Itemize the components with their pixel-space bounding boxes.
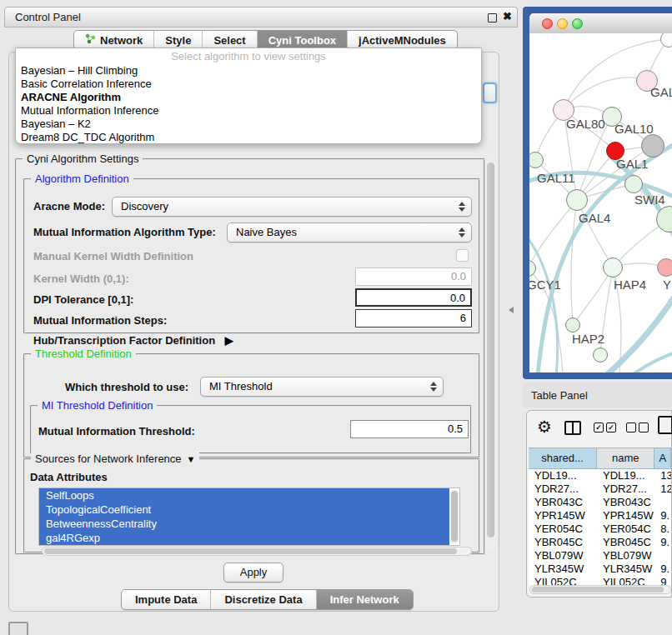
attribute-item[interactable]: SelfLoops [39,488,449,502]
node-label: GAL [650,85,672,99]
tab-style[interactable]: Style [153,31,202,49]
table-horizontal-scrollbar[interactable] [529,585,671,594]
tab-network[interactable]: Network [74,31,153,49]
table-cell: YLR345W [529,562,597,576]
table-row[interactable]: YBR043CYBR043C [529,496,671,509]
list-scrollbar[interactable] [450,490,459,543]
hub-section-toggle[interactable]: Hub/Transcription Factor Definition ▶ [33,334,233,347]
manual-kernel-label: Manual Kernel Width Definition [33,250,193,262]
data-attributes-list[interactable]: SelfLoopsTopologicalCoefficientBetweenne… [38,488,460,546]
float-panel-icon[interactable] [488,13,497,22]
network-node[interactable] [565,318,580,332]
gear-icon[interactable]: ⚙ [537,417,552,437]
select-all-checkbox-icon[interactable]: ✓ [606,422,616,432]
settings-vertical-scrollbar[interactable] [484,160,496,550]
hub-section-label: Hub/Transcription Factor Definition [33,334,215,347]
bottom-tab-infer-network[interactable]: Infer Network [316,590,413,609]
algorithm-dropdown-list: Bayesian – Hill ClimbingBasic Correlatio… [16,64,481,144]
data-attributes-label: Data Attributes [30,471,108,483]
table-cell: YER054C [529,522,597,536]
table-cell: YIL052C [597,576,654,585]
manual-kernel-checkbox[interactable] [456,249,469,262]
table-cell: 9. [654,509,671,522]
mi-type-label: Mutual Information Algorithm Type: [33,226,216,238]
table-row[interactable]: YBR045CYBR045C9. [529,536,671,549]
minimize-window-icon[interactable] [557,18,568,29]
network-node[interactable] [657,258,672,277]
network-node[interactable] [593,348,608,362]
network-node[interactable] [624,175,643,193]
table-cell: YDL19... [529,469,597,482]
table-row[interactable]: YLR345WYLR345W9. [529,562,671,576]
attribute-items: SelfLoopsTopologicalCoefficientBetweenne… [39,488,459,545]
network-node[interactable] [641,134,664,158]
table-cell: YBR045C [529,536,597,549]
table-cell [654,496,671,509]
zoom-window-icon[interactable] [572,18,583,29]
attribute-item[interactable]: BetweennessCentrality [39,517,449,531]
column-header-partial[interactable]: A [654,448,671,468]
table-cell: YPR145W [597,509,654,522]
network-canvas[interactable]: GALGAL80GAL10GAL1GAL11SWI4GAL4GCY1HAP4YH… [529,33,672,372]
algorithm-option[interactable]: Dream8 DC_TDC Algorithm [16,131,481,144]
tab-select[interactable]: Select [202,31,256,49]
node-label: HAP2 [572,332,604,346]
network-node[interactable] [603,258,623,278]
close-window-icon[interactable] [542,18,553,29]
bottom-tab-discretize-data[interactable]: Discretize Data [210,590,315,609]
aracne-mode-select[interactable]: Discovery [112,197,472,217]
table-cell: YDL19... [597,469,654,482]
algorithm-option[interactable]: Bayesian – K2 [16,118,481,131]
table-cell: YIL052C [529,576,597,585]
table-row[interactable]: YDR27...YDR27...12 [529,482,671,496]
table-cell: YBR043C [597,496,654,509]
deselect-all-checkbox-icon[interactable] [639,422,649,432]
kernel-width-input[interactable]: 0.0 [355,268,472,286]
algorithm-option[interactable]: Mutual Information Inference [16,104,481,118]
table-row[interactable]: YBL079WYBL079W [529,549,671,562]
algorithm-definition-title: Algorithm Definition [31,172,133,185]
table-row[interactable]: YDL19...YDL19...13 [529,469,671,482]
mi-threshold-input[interactable]: 0.5 [350,420,469,438]
file-icon[interactable] [658,416,672,434]
which-threshold-select[interactable]: MI Threshold [200,377,444,397]
table-row[interactable]: YPR145WYPR145W9. [529,509,671,522]
node-label: Y [663,278,671,292]
collapse-down-icon: ▼ [187,454,196,464]
attribute-item[interactable]: TopologicalCoefficient [39,502,449,517]
mi-type-select[interactable]: Naive Bayes [227,222,472,242]
table-row[interactable]: YER054CYER054C8. [529,522,671,536]
mi-steps-input[interactable]: 6 [355,309,472,328]
column-header-shared-name[interactable]: shared... [529,448,597,468]
tab-jactivemnodules[interactable]: jActiveMNodules [347,31,457,49]
algorithm-option[interactable]: Basic Correlation Inference [16,78,481,91]
column-browser-icon[interactable] [564,421,581,435]
dpi-tolerance-label: DPI Tolerance [0,1]: [33,293,133,306]
table-cell: 9. [654,562,671,576]
network-node[interactable] [566,189,588,211]
select-all-checkbox-icon[interactable]: ✓ [594,422,604,432]
algorithm-combobox-edge[interactable] [483,82,497,103]
algorithm-option[interactable]: ARACNE Algorithm [16,91,481,104]
dpi-tolerance-input[interactable]: 0.0 [355,288,472,307]
tab-label: Style [165,34,191,47]
splitter-collapse-icon[interactable] [509,307,514,313]
tab-cyni-toolbox[interactable]: Cyni Toolbox [257,31,347,49]
deselect-all-checkbox-icon[interactable] [626,422,636,432]
column-header-name[interactable]: name [597,448,654,468]
table-cell: YER054C [597,522,654,536]
network-window-titlebar[interactable] [529,13,672,34]
algorithm-option[interactable]: Bayesian – Hill Climbing [16,64,481,78]
node-label: GAL1 [616,157,648,171]
sources-group-toggle[interactable]: Sources for Network Inference▼ [31,452,199,465]
apply-button[interactable]: Apply [223,562,283,582]
threshold-definition-title: Threshold Definition [31,348,136,360]
settings-horizontal-scrollbar[interactable] [42,547,472,556]
close-icon[interactable]: ✖ [503,10,512,22]
table-row[interactable]: YIL052CYIL052C9 [529,576,671,585]
stepper-arrows-icon [458,227,465,238]
minimized-panel-icon[interactable] [8,622,28,635]
aracne-mode-value: Discovery [121,200,168,212]
bottom-tab-impute-data[interactable]: Impute Data [122,590,210,609]
attribute-item[interactable]: gal4RGexp [39,531,449,545]
